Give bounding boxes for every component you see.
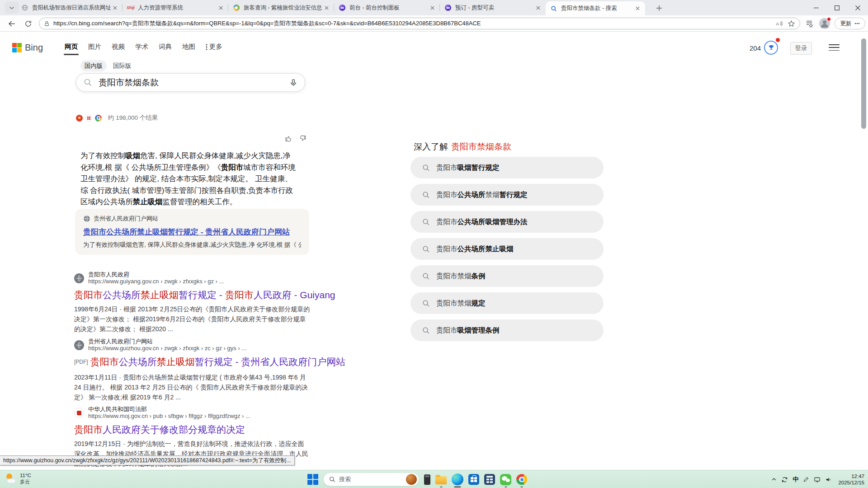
taskbar-app-wechat[interactable] — [500, 470, 511, 488]
tab-maps[interactable]: 地图 — [182, 42, 195, 51]
tray-pen-icon[interactable] — [803, 476, 809, 483]
card-site-name: 贵州省人民政府门户网站 — [94, 215, 158, 223]
region-tab-domestic[interactable]: 国内版 — [80, 60, 107, 71]
thumbs-up-icon[interactable] — [285, 135, 292, 142]
browser-tab[interactable]: 预订 - 房型可卖 — [440, 0, 546, 15]
window-close-button[interactable] — [847, 0, 868, 15]
result-url: https://www.guizhou.gov.cn › zwgk › zfxx… — [88, 345, 246, 352]
result-title-link[interactable]: 贵阳市人民政府关于修改部分规章的决定 — [74, 424, 310, 436]
hamburger-menu-icon[interactable] — [829, 44, 840, 51]
related-search-pill[interactable]: 贵阳市公共场所禁止吸烟 — [410, 238, 604, 260]
result-title-link[interactable]: [PDF]贵阳市公共场所禁止吸烟暂行规定 - 贵州省人民政府门户网站 — [74, 356, 310, 369]
tab-videos[interactable]: 视频 — [112, 42, 125, 51]
tab-close-icon[interactable] — [111, 4, 119, 12]
window-minimize-button[interactable] — [806, 0, 826, 15]
search-input[interactable]: 贵阳市禁烟条款 — [76, 73, 305, 92]
lock-icon — [44, 21, 50, 27]
start-button[interactable] — [307, 470, 318, 488]
taskbar-search[interactable]: 搜索 — [323, 470, 419, 488]
globe-favicon-icon — [21, 4, 28, 11]
profile-notification-dot — [827, 17, 831, 21]
result-site-name: 贵阳市人民政府 — [88, 271, 224, 278]
tab-title: 人力资源管理系统 — [138, 4, 217, 12]
rewards-count[interactable]: 204 — [750, 44, 761, 52]
taskbar-app-chrome[interactable] — [516, 470, 527, 488]
globe-site-icon — [74, 273, 84, 283]
tab-close-icon[interactable] — [217, 4, 225, 12]
taskbar-weather-widget[interactable]: 11°C 多云 — [5, 472, 31, 485]
tab-close-icon[interactable] — [633, 5, 642, 13]
browser-tab[interactable]: 前台 - 前台控制面板 — [334, 0, 440, 15]
more-menu-icon[interactable] — [854, 23, 860, 24]
answer-source-card[interactable]: 贵州省人民政府门户网站 贵阳市公共场所禁止吸烟暂行规定 - 贵州省人民政府门户网… — [75, 209, 309, 255]
card-result-link[interactable]: 贵阳市公共场所禁止吸烟暂行规定 - 贵州省人民政府门户网站 — [83, 227, 301, 237]
taskbar-app-phone[interactable] — [424, 470, 430, 488]
moj-emblem-icon — [74, 408, 84, 418]
browser-tab[interactable]: Shiji 人力资源管理系统 — [123, 0, 228, 15]
related-search-pill[interactable]: 贵阳市吸烟管理条例 — [410, 319, 604, 341]
tab-images[interactable]: 图片 — [88, 42, 101, 51]
tray-chevron-up-icon[interactable] — [771, 477, 777, 482]
favorite-star-icon[interactable] — [788, 20, 795, 28]
read-aloud-icon[interactable]: A — [775, 20, 783, 28]
svg-text:A: A — [776, 21, 779, 26]
taskbar-app-explorer[interactable] — [435, 470, 447, 488]
tab-web[interactable]: 网页 — [65, 42, 78, 51]
taskbar-app-store[interactable] — [468, 470, 479, 488]
tray-monitor-icon[interactable] — [814, 476, 821, 483]
rewards-trophy-icon[interactable] — [764, 41, 778, 55]
search-icon — [422, 245, 430, 253]
browser-update-button[interactable]: 更新 — [835, 18, 865, 29]
refresh-button[interactable] — [22, 18, 34, 29]
region-tab-international[interactable]: 国际版 — [113, 62, 132, 70]
status-bar-link: https://www.guizhou.gov.cn/zwgk/zfxxgk/z… — [0, 455, 295, 465]
browser-tab[interactable]: 旅客查询 - 紫楠旅馆业治安信息管 — [228, 0, 334, 15]
tab-close-icon[interactable] — [534, 4, 542, 12]
related-search-pill[interactable]: 贵阳市公共场所吸烟管理办法 — [410, 211, 604, 233]
shiji-favicon-icon: Shiji — [127, 4, 134, 11]
result-url: https://www.moj.gov.cn › pub › sfbgw › f… — [88, 413, 250, 420]
tab-dictionary[interactable]: 词典 — [159, 42, 172, 51]
taskbar-app-edge[interactable] — [452, 470, 463, 488]
related-search-pill[interactable]: 贵阳市吸烟暂行规定 — [410, 157, 604, 178]
tray-sync-icon[interactable] — [781, 476, 788, 483]
thumbs-down-icon[interactable] — [299, 135, 307, 142]
result-title-link[interactable]: 贵阳市公共场所禁止吸烟暂行规定 - 贵阳市人民政府 - Guiyang — [74, 289, 310, 301]
bing-logo[interactable]: Bing — [12, 42, 43, 53]
browser-tab[interactable]: 贵阳机场智选假日酒店系统网址导 — [17, 0, 123, 15]
address-bar[interactable]: https://cn.bing.com/search?q=贵阳市禁烟条款&qs=… — [39, 18, 800, 29]
back-button[interactable] — [5, 18, 18, 29]
related-search-pill[interactable]: 贵阳市禁烟规定 — [410, 292, 604, 314]
tab-close-icon[interactable] — [322, 4, 330, 12]
favorites-hub-icon[interactable] — [803, 18, 816, 29]
microphone-icon[interactable] — [289, 79, 297, 87]
ime-language-badge[interactable]: 中 — [793, 475, 798, 483]
sign-in-button[interactable]: 登录 — [790, 42, 812, 55]
search-highlight-thumbnail[interactable] — [406, 474, 417, 485]
tab-academic[interactable]: 学术 — [135, 42, 148, 51]
related-search-pill[interactable]: 贵阳市公共场所禁烟暂行规定 — [410, 184, 604, 206]
calculator-icon — [484, 474, 495, 485]
tab-title: 旅客查询 - 紫楠旅馆业治安信息管 — [244, 4, 322, 12]
microsoft-logo-icon — [12, 43, 22, 52]
profile-avatar[interactable] — [819, 18, 830, 29]
related-search-pill[interactable]: 贵阳市禁烟条例 — [410, 265, 604, 287]
windows-taskbar: 11°C 多云 搜索 中 12:47 2025/12/15 — [0, 470, 868, 488]
phone-icon — [424, 474, 430, 485]
tray-speaker-icon[interactable] — [825, 476, 832, 483]
globe-site-icon — [74, 340, 84, 350]
tab-title: 前台 - 前台控制面板 — [349, 4, 428, 12]
browser-tab-active[interactable]: 贵阳市禁烟条款 - 搜索 — [546, 1, 645, 15]
new-tab-button[interactable] — [653, 3, 665, 14]
taskbar-clock[interactable]: 12:47 2025/12/15 — [838, 473, 864, 486]
clock-time: 12:47 — [851, 473, 864, 479]
window-maximize-button[interactable] — [826, 0, 847, 15]
tab-close-icon[interactable] — [428, 4, 436, 12]
tab-more[interactable]: 更多 — [206, 42, 222, 51]
browser-toolbar: https://cn.bing.com/search?q=贵阳市禁烟条款&qs=… — [0, 15, 868, 32]
search-query-text[interactable]: 贵阳市禁烟条款 — [99, 77, 289, 89]
page-scrollbar[interactable] — [861, 38, 866, 129]
address-url[interactable]: https://cn.bing.com/search?q=贵阳市禁烟条款&qs=… — [53, 19, 771, 28]
result-snippet: 1998年6月24日 · 根据 2013年 2月25日公布的《贵阳市人民政府关于… — [74, 304, 310, 334]
taskbar-app-calculator[interactable] — [484, 470, 495, 488]
